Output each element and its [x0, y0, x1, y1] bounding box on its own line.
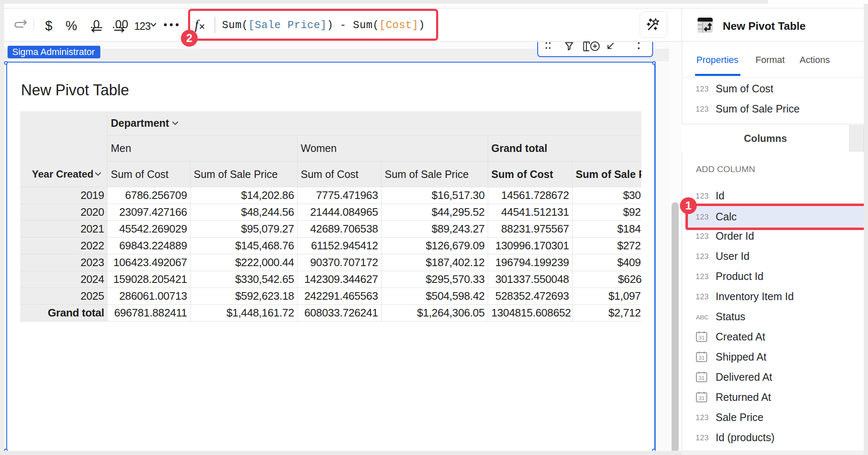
svg-text:31: 31 — [698, 335, 704, 341]
svg-text:31: 31 — [698, 395, 704, 401]
svg-text:31: 31 — [698, 375, 704, 381]
svg-text:31: 31 — [698, 355, 704, 361]
